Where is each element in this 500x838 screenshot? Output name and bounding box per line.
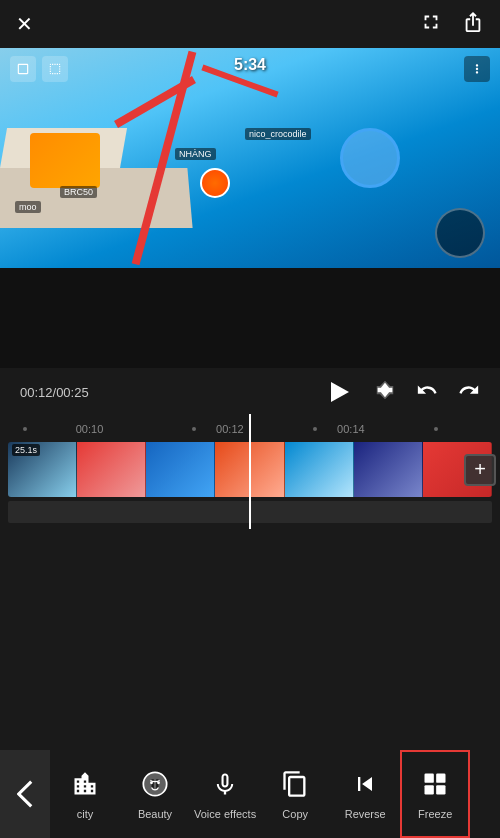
tool-copy[interactable]: Copy (260, 750, 330, 838)
video-overlay-icons (10, 56, 68, 82)
ruler-dot (434, 427, 438, 431)
ruler-label-12: 00:12 (216, 423, 244, 435)
player-label-4: BRC50 (60, 186, 97, 198)
tool-freeze[interactable]: Freeze (400, 750, 470, 838)
tool-beauty[interactable]: Beauty (120, 750, 190, 838)
reverse-label: Reverse (345, 808, 386, 821)
add-clip-button[interactable]: + (464, 454, 496, 486)
svg-rect-5 (425, 786, 434, 795)
time-display: 00:12/00:25 (20, 385, 89, 400)
video-preview: NHÀNG nico_crocodile moo BRC50 5:34 (0, 48, 500, 268)
voice-effects-icon (207, 766, 243, 802)
video-menu-icon[interactable] (464, 56, 490, 82)
tool-items: city Beauty Voice effects Copy (50, 750, 500, 838)
tool-reverse[interactable]: Reverse (330, 750, 400, 838)
playhead (249, 414, 251, 529)
settings-icon (42, 56, 68, 82)
svg-rect-6 (436, 786, 445, 795)
player-label-2: nico_crocodile (245, 128, 311, 140)
controls-row: 00:12/00:25 (0, 368, 500, 416)
play-button[interactable] (322, 376, 354, 408)
reverse-icon (347, 766, 383, 802)
ruler-label-14: 00:14 (337, 423, 365, 435)
svg-rect-3 (425, 774, 434, 783)
redo-button[interactable] (458, 379, 480, 406)
ruler-dot (313, 427, 317, 431)
top-bar: ✕ (0, 0, 500, 48)
strip-frame-2 (77, 442, 146, 497)
ruler-dot (192, 427, 196, 431)
svg-point-1 (150, 782, 153, 785)
tool-city[interactable]: city (50, 750, 120, 838)
back-button[interactable] (0, 750, 50, 838)
freeze-icon (417, 766, 453, 802)
voice-effects-label: Voice effects (194, 808, 256, 821)
share-button[interactable] (462, 11, 484, 38)
strip-frame-6 (354, 442, 423, 497)
close-button[interactable]: ✕ (16, 12, 33, 36)
beauty-label: Beauty (138, 808, 172, 821)
strip-frame-3 (146, 442, 215, 497)
player-label-1: NHÀNG (175, 148, 216, 160)
copy-label: Copy (282, 808, 308, 821)
strip-duration-label: 25.1s (12, 444, 40, 456)
expand-button[interactable] (420, 11, 442, 38)
freeze-label: Freeze (418, 808, 452, 821)
copy-icon (277, 766, 313, 802)
ruler-label-10: 00:10 (76, 423, 104, 435)
clip-icon (10, 56, 36, 82)
ruler-dot (23, 427, 27, 431)
beauty-icon (137, 766, 173, 802)
svg-point-2 (157, 782, 160, 785)
preview-bottom (0, 268, 500, 368)
bottom-toolbar: city Beauty Voice effects Copy (0, 750, 500, 838)
undo-button[interactable] (416, 379, 438, 406)
strip-frame-5 (285, 442, 354, 497)
tool-voice-effects[interactable]: Voice effects (190, 750, 260, 838)
keyframe-button[interactable] (374, 379, 396, 406)
city-label: city (77, 808, 94, 821)
svg-rect-4 (436, 774, 445, 783)
city-icon (67, 766, 103, 802)
video-strip-area: 25.1s + (8, 442, 492, 497)
player-label-3: moo (15, 201, 41, 213)
video-timestamp: 5:34 (234, 56, 266, 74)
